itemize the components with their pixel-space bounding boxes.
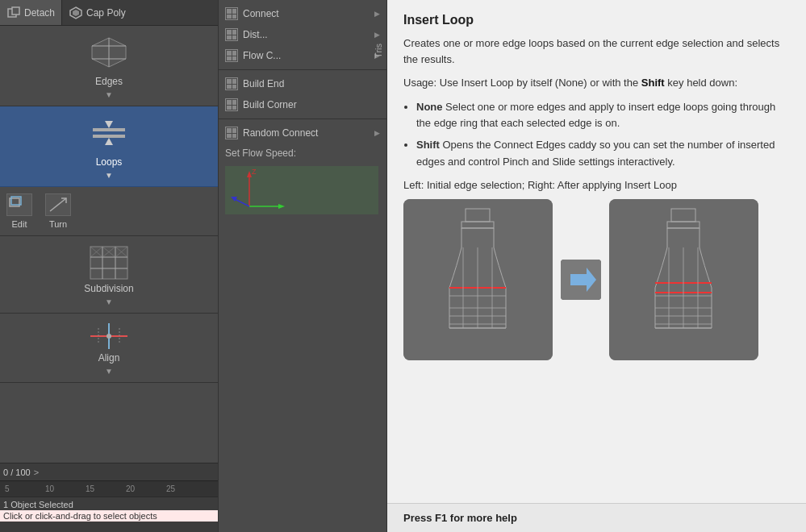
align-icon [87, 320, 132, 352]
build-end-icon [225, 77, 238, 90]
detach-icon [6, 6, 21, 20]
subdivision-label: Subdivision [84, 283, 133, 294]
cap-poly-button[interactable]: Cap Poly [62, 0, 132, 25]
status-line2: Click or click-and-drag to select object… [0, 510, 218, 522]
help-content: Insert Loop Creates one or more edge loo… [387, 0, 806, 503]
bottle-after [609, 199, 758, 360]
build-end-label: Build End [243, 78, 284, 89]
svg-point-28 [106, 334, 111, 339]
random-connect-label: Random Connect [243, 127, 318, 139]
flow-c-menu-item[interactable]: Flow C... [219, 45, 386, 66]
edit-turn-row: Edit Turn [0, 187, 218, 236]
detach-label: Detach [24, 7, 55, 19]
cap-poly-icon [69, 6, 83, 20]
help-bullet-2: Shift Opens the Connect Edges caddy so y… [416, 137, 790, 171]
frame-forward-button[interactable]: > [34, 468, 39, 477]
svg-rect-39 [403, 199, 553, 360]
help-usage-text: Usage: Use Insert Loop by itself (None) … [403, 77, 641, 89]
svg-marker-3 [73, 10, 79, 16]
svg-line-14 [50, 198, 66, 211]
loops-label: Loops [96, 156, 123, 168]
subdivision-section[interactable]: Subdivision ▼ [0, 236, 218, 314]
svg-rect-1 [12, 7, 19, 15]
help-usage-bold: Shift [641, 77, 665, 89]
edges-section[interactable]: Edges ▼ [0, 26, 218, 106]
menu-section: Connect Dist... Flow C... Build End [219, 0, 386, 221]
edges-expand-arrow: ▼ [105, 90, 113, 99]
frame-count: 0 / 100 [3, 468, 31, 477]
detach-button[interactable]: Detach [0, 0, 61, 25]
cap-poly-label: Cap Poly [86, 7, 126, 19]
help-usage: Usage: Use Insert Loop by itself (None) … [403, 75, 790, 91]
help-bullet2-bold: Shift [416, 139, 440, 151]
loops-section[interactable]: Loops ▼ [0, 106, 218, 187]
build-corner-icon [225, 98, 238, 111]
dist-icon [225, 28, 238, 41]
arrow-between-bottles [561, 260, 601, 300]
timeline: 5 10 15 20 25 [0, 480, 218, 497]
viewport-area[interactable]: Z [225, 166, 378, 214]
svg-text:Z: Z [252, 168, 257, 176]
build-corner-menu-item[interactable]: Build Corner [219, 94, 386, 115]
top-toolbar: Detach Cap Poly [0, 0, 218, 26]
edges-label: Edges [95, 76, 123, 87]
edges-icon [85, 32, 133, 73]
svg-marker-11 [105, 138, 113, 145]
svg-rect-31 [225, 166, 378, 214]
edit-button[interactable]: Edit [6, 193, 32, 229]
flow-c-icon [225, 49, 238, 62]
random-connect-menu-item[interactable]: Random Connect [219, 123, 386, 143]
svg-rect-8 [93, 128, 125, 131]
dist-menu-item[interactable]: Dist... [219, 24, 386, 45]
menu-separator-1 [219, 69, 386, 70]
edit-icon [6, 193, 32, 216]
menu-separator-2 [219, 118, 386, 119]
help-para1: Creates one or more edge loops based on … [403, 35, 790, 67]
random-connect-icon [225, 127, 238, 139]
turn-label: Turn [49, 219, 67, 229]
bottom-bar: 0 / 100 > [0, 463, 218, 480]
svg-rect-53 [609, 199, 758, 360]
help-bullet1-text: Select one or more edges and apply to in… [416, 101, 775, 130]
turn-icon [45, 193, 71, 216]
set-flow-speed-label: Set Flow Speed: [219, 143, 386, 163]
connect-icon [225, 7, 238, 20]
help-title: Insert Loop [403, 13, 790, 27]
timeline-mark-5: 5 [3, 484, 44, 493]
help-bullet2-text: Opens the Connect Edges caddy so you can… [416, 139, 775, 168]
edit-label: Edit [12, 219, 27, 229]
help-footer: Press F1 for more help [387, 503, 806, 532]
align-section[interactable]: Align ▼ [0, 314, 218, 383]
subdivision-icon [87, 243, 132, 283]
flow-c-label: Flow C... [243, 50, 281, 61]
status-bar: 1 Object Selected Click or click-and-dra… [0, 497, 218, 532]
connect-menu-item[interactable]: Connect [219, 3, 386, 24]
loops-icon [85, 113, 133, 153]
help-usage-text2: key held down: [665, 77, 737, 89]
build-corner-label: Build Corner [243, 99, 297, 110]
help-caption: Left: Initial edge selection; Right: Aft… [403, 179, 790, 191]
bottle-before [403, 199, 553, 360]
subdiv-expand-arrow: ▼ [105, 297, 113, 306]
tris-label: Tris [370, 40, 386, 61]
turn-button[interactable]: Turn [45, 193, 71, 229]
build-end-menu-item[interactable]: Build End [219, 73, 386, 94]
timeline-mark-20: 20 [124, 484, 165, 493]
help-bullet-1: None Select one or more edges and apply … [416, 99, 790, 133]
help-list: None Select one or more edges and apply … [416, 99, 790, 171]
timeline-marks: 5 10 15 20 25 [3, 484, 215, 493]
align-expand-arrow: ▼ [105, 367, 113, 376]
dist-label: Dist... [243, 29, 268, 40]
left-panel: Detach Cap Poly Edges ▼ [0, 0, 218, 532]
middle-panel: Tris Connect Dist... Flow C... Buil [218, 0, 387, 532]
right-panel: Insert Loop Creates one or more edge loo… [387, 0, 806, 532]
status-line1: 1 Object Selected [0, 497, 218, 510]
help-bullet1-bold: None [416, 101, 443, 113]
svg-marker-10 [105, 121, 113, 128]
svg-rect-9 [93, 135, 125, 138]
bottle-images [403, 199, 790, 360]
loops-expand-arrow: ▼ [105, 171, 113, 180]
align-label: Align [98, 352, 120, 364]
timeline-mark-15: 15 [84, 484, 124, 493]
connect-label: Connect [243, 8, 279, 19]
